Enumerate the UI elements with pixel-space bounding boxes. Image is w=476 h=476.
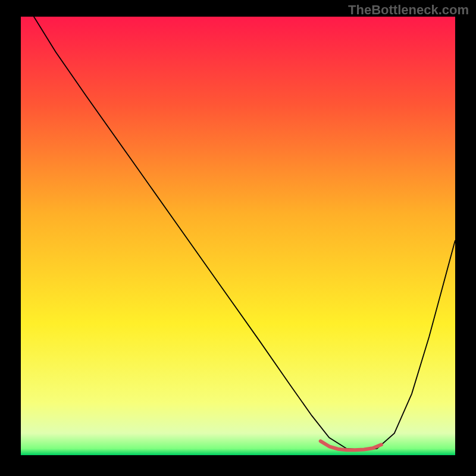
plot-area [21,17,455,455]
chart-container: TheBottleneck.com [0,0,476,476]
watermark-text: TheBottleneck.com [348,2,469,18]
chart-svg [21,17,455,455]
gradient-background [21,17,455,455]
